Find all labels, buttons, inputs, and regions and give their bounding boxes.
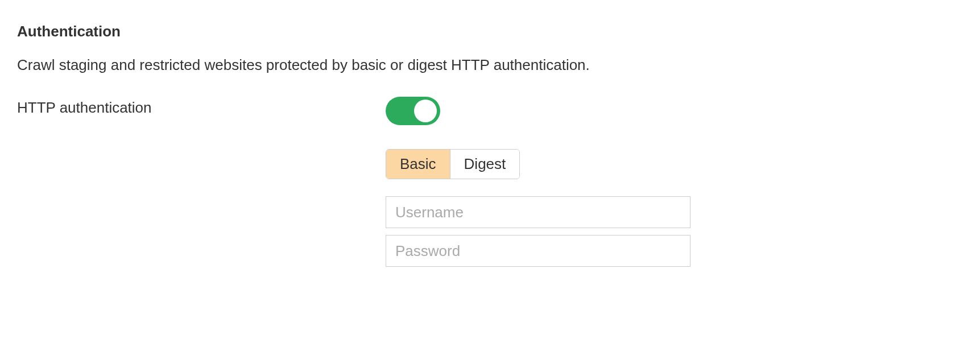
http-auth-toggle[interactable] [386, 97, 440, 125]
username-input[interactable] [386, 196, 690, 228]
auth-type-basic[interactable]: Basic [386, 150, 450, 179]
password-input[interactable] [386, 235, 690, 267]
auth-type-digest[interactable]: Digest [450, 150, 520, 179]
http-auth-controls: Basic Digest [386, 97, 690, 267]
auth-type-segmented: Basic Digest [386, 149, 520, 179]
section-title: Authentication [17, 23, 963, 40]
section-description: Crawl staging and restricted websites pr… [17, 56, 963, 74]
http-auth-row: HTTP authentication Basic Digest [17, 97, 963, 267]
toggle-knob [414, 100, 437, 122]
http-auth-label: HTTP authentication [17, 97, 386, 117]
authentication-section: Authentication Crawl staging and restric… [17, 23, 963, 267]
